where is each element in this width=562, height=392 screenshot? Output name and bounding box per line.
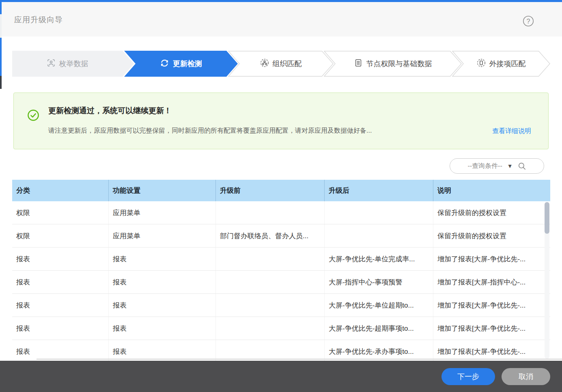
cell-before — [216, 201, 325, 224]
step-update-check[interactable]: 更新检测 — [124, 51, 238, 77]
dialog-header: 应用升级向导 ? — [2, 2, 562, 37]
cancel-button[interactable]: 取消 — [502, 368, 550, 385]
search-icon[interactable] — [518, 162, 526, 170]
cell-note: 增加了报表[大屏-争优比先-... — [433, 294, 550, 317]
step-label: 更新检测 — [173, 59, 202, 69]
cell-note: 保留升级前的授权设置 — [433, 201, 550, 224]
node-permission-icon — [354, 58, 363, 69]
cell-feature: 应用菜单 — [109, 201, 216, 224]
query-condition-label: --查询条件-- — [467, 162, 502, 170]
cell-feature: 报表 — [109, 248, 216, 270]
cell-category: 报表 — [12, 317, 109, 340]
refresh-icon — [160, 58, 169, 69]
view-details-link[interactable]: 查看详细说明 — [492, 127, 531, 136]
cell-after: 大屏-争优比先-单位完成率... — [325, 248, 433, 270]
help-icon[interactable]: ? — [523, 15, 534, 27]
step-node-permission-data[interactable]: 节点权限与基础数据 — [324, 51, 462, 77]
cell-note: 增加了报表[大屏-指挥中心-... — [433, 271, 550, 293]
table-scrollbar-track[interactable] — [545, 202, 549, 359]
page-title: 应用升级向导 — [14, 15, 63, 25]
step-external-item-match[interactable]: 外接项匹配 — [452, 51, 550, 77]
cell-before — [216, 271, 325, 293]
cell-after: 大屏-争优比先-单位超期to... — [325, 294, 433, 317]
wizard-steps: 枚举数据 更新检测 — [12, 51, 550, 77]
cell-after: 大屏-指挥中心-事项预警 — [325, 271, 433, 293]
table-row: 权限 应用菜单 保留升级前的授权设置 — [12, 201, 550, 224]
cell-category: 报表 — [12, 248, 109, 270]
update-check-alert: 更新检测通过，系统可以继续更新！ 请注意更新后，原应用数据可以完整保留，同时新应… — [13, 93, 549, 149]
table-row: 报表 报表 大屏-指挥中心-事项预警 增加了报表[大屏-指挥中心-... — [12, 271, 550, 294]
background-page-edge — [0, 2, 2, 361]
upgrade-compare-table: 分类 功能设置 升级前 升级后 说明 权限 应用菜单 保留升级前的授权设置 权限… — [12, 180, 550, 392]
cell-category: 报表 — [12, 271, 109, 293]
table-row: 报表 报表 大屏-争优比先-超期事项to... 增加了报表[大屏-争优比先-..… — [12, 317, 550, 340]
enum-data-icon — [47, 58, 56, 69]
success-check-icon — [27, 109, 39, 123]
step-enum-data[interactable]: 枚举数据 — [12, 51, 134, 77]
alert-title: 更新检测通过，系统可以继续更新！ — [48, 106, 172, 116]
col-header-after-upgrade: 升级后 — [325, 180, 433, 201]
table-scrollbar-thumb[interactable] — [545, 202, 549, 234]
step-label: 节点权限与基础数据 — [366, 59, 432, 69]
dialog-footer: 下一步 取消 — [0, 361, 562, 392]
table-row: 权限 应用菜单 部门督办联络员、督办人员... 保留升级前的授权设置 — [12, 224, 550, 248]
cell-after — [325, 201, 433, 224]
cell-before — [216, 317, 325, 340]
step-label: 组织匹配 — [273, 59, 302, 69]
col-header-feature: 功能设置 — [109, 180, 216, 201]
col-header-note: 说明 — [433, 180, 550, 201]
table-row: 报表 报表 大屏-争优比先-单位超期to... 增加了报表[大屏-争优比先-..… — [12, 294, 550, 317]
step-org-match[interactable]: 组织匹配 — [228, 51, 334, 77]
table-row: 报表 报表 大屏-争优比先-单位完成率... 增加了报表[大屏-争优比先-... — [12, 248, 550, 271]
cell-category: 报表 — [12, 294, 109, 317]
table-header-row: 分类 功能设置 升级前 升级后 说明 — [12, 180, 550, 201]
cell-feature: 报表 — [109, 317, 216, 340]
external-item-icon — [477, 58, 486, 69]
cell-before: 部门督办联络员、督办人员... — [216, 224, 325, 247]
cell-category: 权限 — [12, 201, 109, 224]
cell-after: 大屏-争优比先-超期事项to... — [325, 317, 433, 340]
cell-category: 权限 — [12, 224, 109, 247]
cell-after — [325, 224, 433, 247]
cell-note: 增加了报表[大屏-争优比先-... — [433, 248, 550, 270]
step-label: 枚举数据 — [59, 59, 88, 69]
col-header-category: 分类 — [12, 180, 109, 201]
step-label: 外接项匹配 — [489, 59, 526, 69]
org-match-icon — [260, 58, 269, 69]
horizontal-scrollbar-line — [37, 359, 562, 360]
table-row: 报表 报表 大屏-争优比先-承办事项to... 增加了报表[大屏-争优比先-..… — [12, 340, 550, 363]
cell-before — [216, 248, 325, 270]
cell-feature: 报表 — [109, 294, 216, 317]
cell-note: 增加了报表[大屏-争优比先-... — [433, 317, 550, 340]
upgrade-wizard-dialog: 应用升级向导 ? 枚举数据 — [0, 0, 562, 392]
query-condition-dropdown[interactable]: --查询条件-- ▼ — [450, 158, 544, 174]
chevron-down-icon[interactable]: ▼ — [507, 163, 513, 169]
help-glyph: ? — [527, 18, 530, 25]
next-step-button[interactable]: 下一步 — [441, 368, 495, 385]
cell-feature: 报表 — [109, 271, 216, 293]
alert-description: 请注意更新后，原应用数据可以完整保留，同时新应用的所有配置将覆盖原应用配置，请对… — [48, 127, 372, 135]
cell-before — [216, 294, 325, 317]
col-header-before-upgrade: 升级前 — [216, 180, 325, 201]
cell-feature: 应用菜单 — [109, 224, 216, 247]
cell-note: 保留升级前的授权设置 — [433, 224, 550, 247]
